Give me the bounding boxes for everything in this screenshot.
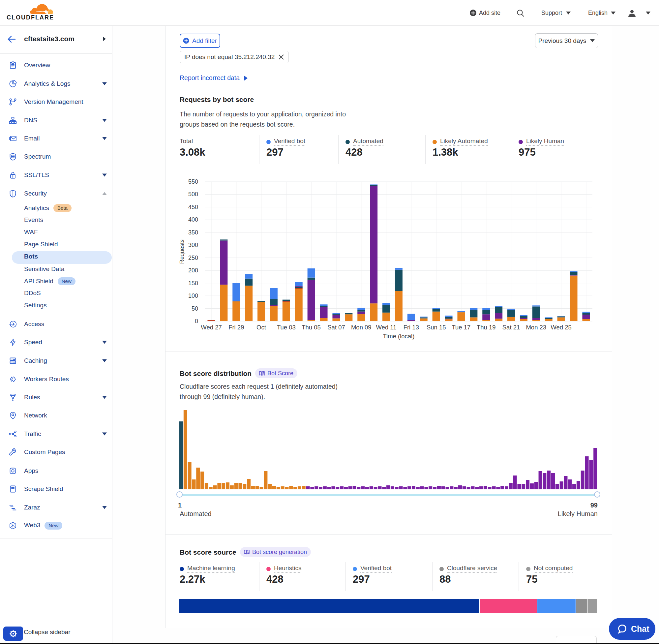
svg-text:Fri 29: Fri 29 — [229, 324, 244, 331]
svg-text:Sat 07: Sat 07 — [327, 324, 345, 331]
svg-text:350: 350 — [188, 229, 198, 236]
svg-text:Oct: Oct — [257, 324, 266, 331]
svg-text:150: 150 — [188, 280, 198, 286]
svg-text:Tue 17: Tue 17 — [452, 324, 470, 331]
svg-text:0: 0 — [195, 318, 198, 324]
svg-text:Thu 05: Thu 05 — [302, 324, 321, 331]
svg-text:Tue 03: Tue 03 — [277, 324, 296, 331]
svg-text:500: 500 — [188, 191, 198, 198]
svg-text:450: 450 — [188, 204, 198, 210]
svg-text:400: 400 — [188, 216, 198, 223]
svg-text:Fri 13: Fri 13 — [403, 324, 419, 331]
svg-text:Wed 27: Wed 27 — [201, 324, 221, 331]
svg-text:Time (local): Time (local) — [383, 333, 415, 340]
svg-text:Requests: Requests — [179, 239, 185, 264]
svg-text:550: 550 — [188, 178, 198, 185]
svg-text:Sun 15: Sun 15 — [427, 324, 446, 331]
svg-text:Wed 25: Wed 25 — [550, 324, 571, 331]
svg-text:Mon 09: Mon 09 — [351, 324, 372, 331]
svg-text:Wed 11: Wed 11 — [376, 324, 396, 331]
svg-text:Mon 23: Mon 23 — [526, 324, 546, 331]
svg-text:50: 50 — [191, 305, 198, 312]
svg-text:Sat 21: Sat 21 — [502, 324, 520, 331]
svg-text:100: 100 — [188, 293, 198, 299]
svg-text:300: 300 — [188, 242, 198, 248]
svg-text:250: 250 — [188, 255, 198, 261]
svg-text:200: 200 — [188, 267, 198, 274]
svg-text:Thu 19: Thu 19 — [477, 324, 496, 331]
